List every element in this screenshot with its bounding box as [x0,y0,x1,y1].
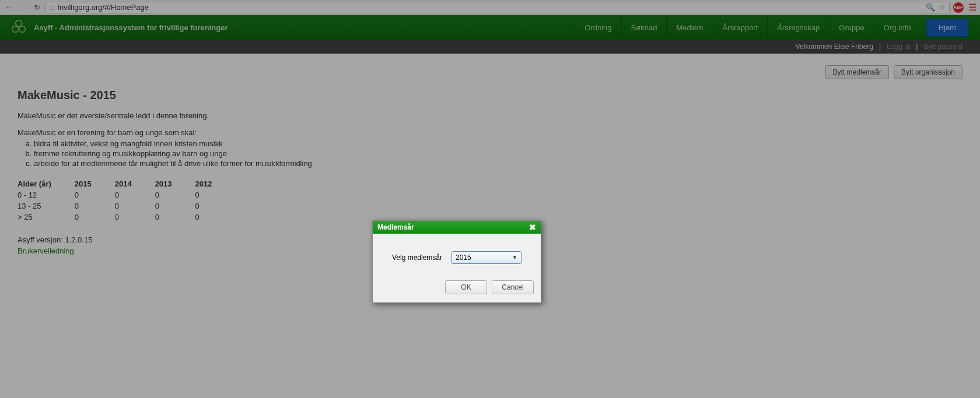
dialog-title-text: Medlemsår [377,223,414,231]
modal-overlay [0,0,980,398]
ok-button[interactable]: OK [445,280,487,294]
cancel-button[interactable]: Cancel [492,280,534,294]
dialog-titlebar[interactable]: Medlemsår ✖ [373,221,541,234]
year-dialog: Medlemsår ✖ Velg medlemsår 2015 ▼ OK Can… [372,220,541,303]
year-select-value: 2015 [456,253,471,262]
chevron-down-icon: ▼ [512,255,517,260]
dialog-label: Velg medlemsår [392,253,442,262]
year-select[interactable]: 2015 ▼ [452,251,522,264]
close-icon[interactable]: ✖ [529,223,536,232]
